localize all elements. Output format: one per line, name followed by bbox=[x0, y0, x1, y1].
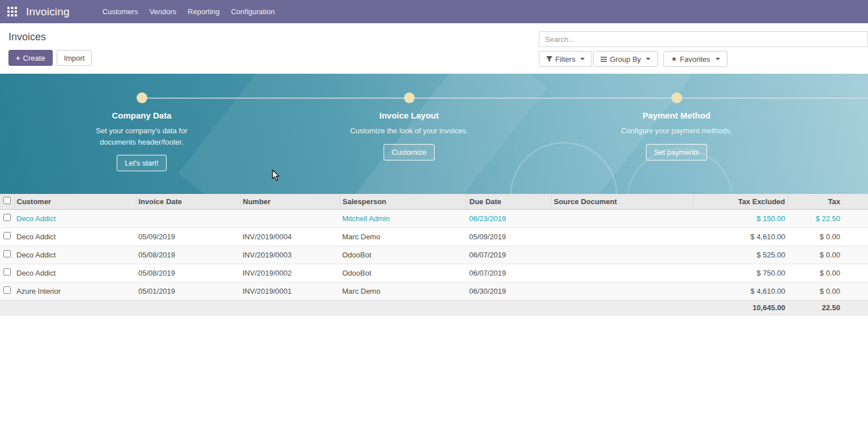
step-dot bbox=[404, 92, 415, 103]
invoice-list-table: Customer Invoice Date Number Salesperson… bbox=[0, 194, 868, 315]
cell-number: INV/2019/0004 bbox=[240, 227, 340, 246]
nav-item-vendors[interactable]: Vendors bbox=[144, 0, 182, 23]
caret-down-icon bbox=[646, 58, 650, 60]
step-description: Set your company's data for documents he… bbox=[81, 125, 203, 147]
row-checkbox-cell bbox=[0, 282, 14, 300]
total-tax: 22.50 bbox=[788, 300, 868, 315]
nav-item-customers[interactable]: Customers bbox=[97, 0, 144, 23]
cell-customer: Deco Addict bbox=[14, 246, 136, 264]
table-row[interactable]: Deco Addict 05/08/2019 INV/2019/0003 Odo… bbox=[0, 246, 868, 264]
table-row[interactable]: Deco Addict 05/09/2019 INV/2019/0004 Mar… bbox=[0, 227, 868, 246]
row-checkbox[interactable] bbox=[3, 286, 11, 294]
nav-menu: Customers Vendors Reporting Configuratio… bbox=[97, 0, 280, 23]
cell-source-document bbox=[551, 209, 693, 227]
cell-number: INV/2019/0002 bbox=[240, 264, 340, 282]
row-checkbox-cell bbox=[0, 209, 14, 227]
row-checkbox-cell bbox=[0, 227, 14, 246]
cell-number: INV/2019/0003 bbox=[240, 246, 340, 264]
filter-funnel-icon bbox=[546, 56, 552, 62]
control-panel: Invoices + Create Import Filters bbox=[0, 23, 868, 74]
app-title[interactable]: Invoicing bbox=[26, 6, 70, 18]
cell-customer: Azure Interior bbox=[14, 282, 136, 300]
row-checkbox[interactable] bbox=[3, 214, 11, 221]
cell-salesperson: OdooBot bbox=[340, 246, 467, 264]
onboarding-step-invoice-layout: Invoice Layout Customize the look of you… bbox=[275, 74, 543, 194]
search-input[interactable] bbox=[539, 31, 868, 47]
create-button[interactable]: + Create bbox=[8, 50, 53, 66]
cell-tax-excluded: $ 750.00 bbox=[693, 264, 788, 282]
column-header-tax[interactable]: Tax bbox=[788, 194, 868, 209]
onboarding-step-payment-method: Payment Method Configure your payment me… bbox=[543, 74, 810, 194]
select-all-checkbox[interactable] bbox=[3, 197, 11, 204]
column-header-customer[interactable]: Customer bbox=[14, 194, 136, 209]
total-tax-excluded: 10,645.00 bbox=[693, 300, 788, 315]
cell-due-date: 06/23/2019 bbox=[467, 209, 551, 227]
step-title: Company Data bbox=[112, 111, 171, 120]
set-payments-button[interactable]: Set payments bbox=[646, 144, 707, 160]
cell-salesperson: Mitchell Admin bbox=[340, 209, 467, 227]
cell-tax-excluded: $ 4,610.00 bbox=[693, 227, 788, 246]
cell-invoice-date: 05/08/2019 bbox=[136, 246, 240, 264]
column-header-salesperson[interactable]: Salesperson bbox=[340, 194, 467, 209]
cell-due-date: 06/30/2019 bbox=[467, 282, 551, 300]
row-checkbox[interactable] bbox=[3, 268, 11, 276]
caret-down-icon bbox=[580, 58, 585, 60]
table-header-row: Customer Invoice Date Number Salesperson… bbox=[0, 194, 868, 209]
cell-source-document bbox=[551, 264, 693, 282]
column-header-number[interactable]: Number bbox=[240, 194, 340, 209]
top-navbar: Invoicing Customers Vendors Reporting Co… bbox=[0, 0, 868, 23]
nav-item-reporting[interactable]: Reporting bbox=[182, 0, 225, 23]
step-description: Configure your payment methods. bbox=[621, 125, 732, 137]
cell-tax: $ 0.00 bbox=[788, 264, 868, 282]
cell-invoice-date: 05/08/2019 bbox=[136, 264, 240, 282]
cell-due-date: 05/09/2019 bbox=[467, 227, 551, 246]
cell-tax: $ 0.00 bbox=[788, 246, 868, 264]
step-description: Customize the look of your invoices. bbox=[350, 125, 468, 137]
cell-salesperson: OdooBot bbox=[340, 264, 467, 282]
cell-tax: $ 22.50 bbox=[788, 209, 868, 227]
apps-grid-icon[interactable] bbox=[7, 7, 17, 16]
select-all-checkbox-cell bbox=[0, 194, 14, 209]
column-header-due-date[interactable]: Due Date bbox=[467, 194, 551, 209]
cell-customer: Deco Addict bbox=[14, 227, 136, 246]
favorites-button[interactable]: ★ Favorites bbox=[663, 51, 727, 67]
table-row[interactable]: Deco Addict 05/08/2019 INV/2019/0002 Odo… bbox=[0, 264, 868, 282]
step-dot bbox=[671, 92, 682, 103]
group-by-button[interactable]: Group By bbox=[593, 51, 658, 67]
filters-button[interactable]: Filters bbox=[539, 51, 592, 67]
cell-tax-excluded: $ 150.00 bbox=[693, 209, 788, 227]
customize-button[interactable]: Customize bbox=[384, 144, 434, 160]
cell-due-date: 06/07/2019 bbox=[467, 246, 551, 264]
cell-due-date: 06/07/2019 bbox=[467, 264, 551, 282]
row-checkbox-cell bbox=[0, 246, 14, 264]
cell-source-document bbox=[551, 282, 693, 300]
cell-tax: $ 0.00 bbox=[788, 282, 868, 300]
column-header-invoice-date[interactable]: Invoice Date bbox=[136, 194, 240, 209]
table-footer-row: 10,645.00 22.50 bbox=[0, 300, 868, 315]
cell-number bbox=[240, 209, 340, 227]
cell-invoice-date bbox=[136, 209, 240, 227]
onboarding-step-company-data: Company Data Set your company's data for… bbox=[8, 74, 275, 194]
step-dot bbox=[137, 92, 147, 103]
import-button[interactable]: Import bbox=[57, 50, 92, 66]
cell-number: INV/2019/0001 bbox=[240, 282, 340, 300]
lets-start-button[interactable]: Let's start! bbox=[117, 155, 167, 171]
nav-item-configuration[interactable]: Configuration bbox=[225, 0, 280, 23]
star-icon: ★ bbox=[671, 56, 677, 62]
plus-icon: + bbox=[16, 54, 20, 62]
cell-tax-excluded: $ 525.00 bbox=[693, 246, 788, 264]
step-title: Payment Method bbox=[643, 111, 710, 120]
cell-salesperson: Marc Demo bbox=[340, 282, 467, 300]
table-row[interactable]: Deco Addict Mitchell Admin 06/23/2019 $ … bbox=[0, 209, 868, 227]
column-header-source-document[interactable]: Source Document bbox=[551, 194, 693, 209]
row-checkbox[interactable] bbox=[3, 232, 11, 239]
table-row[interactable]: Azure Interior 05/01/2019 INV/2019/0001 … bbox=[0, 282, 868, 300]
cell-tax-excluded: $ 4,610.00 bbox=[693, 282, 788, 300]
cell-invoice-date: 05/01/2019 bbox=[136, 282, 240, 300]
cell-source-document bbox=[551, 227, 693, 246]
group-by-bars-icon bbox=[601, 56, 607, 62]
column-header-tax-excluded[interactable]: Tax Excluded bbox=[693, 194, 788, 209]
row-checkbox-cell bbox=[0, 264, 14, 282]
cell-customer: Deco Addict bbox=[14, 209, 136, 227]
row-checkbox[interactable] bbox=[3, 250, 11, 257]
